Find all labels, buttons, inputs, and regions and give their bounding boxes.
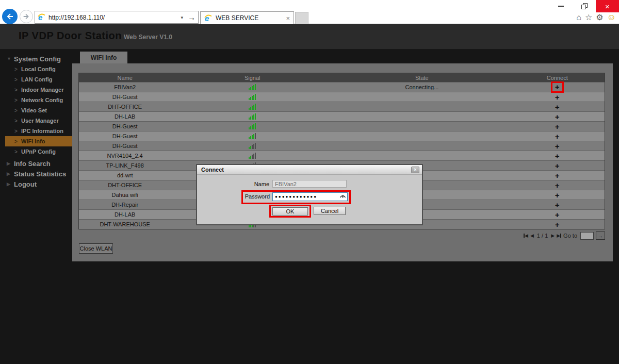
goto-page-button[interactable]: → — [596, 231, 605, 240]
dialog-close-button[interactable]: × — [411, 167, 419, 173]
last-page-button[interactable]: ▶ — [557, 234, 561, 238]
password-label: Password — [239, 193, 270, 200]
sidebar-section-label: System Config — [14, 55, 61, 63]
connect-button[interactable]: + — [555, 172, 560, 179]
reveal-password-icon[interactable] — [340, 195, 346, 199]
password-field-wrap — [272, 192, 348, 201]
highlight-box: OK — [269, 205, 311, 218]
first-page-icon: ◀ — [525, 234, 528, 238]
sidebar-item-wifi-info[interactable]: >WIFI Info — [5, 136, 72, 146]
column-header-connect: Connect — [510, 73, 605, 82]
sidebar-item-network-config[interactable]: >Network Config — [0, 95, 72, 105]
address-bar[interactable]: e http://192.168.1.110/ ▾ → — [35, 11, 199, 24]
sidebar-item-label: Local Config — [21, 66, 56, 72]
close-icon: × — [605, 2, 610, 11]
goto-label: Go to — [563, 233, 577, 239]
browser-toolbar-icons: ⌂ ☆ ⚙ ☺ — [576, 13, 616, 22]
last-page-icon: ▶ — [557, 234, 560, 238]
wifi-name: DH-Guest — [79, 141, 171, 151]
home-icon[interactable]: ⌂ — [576, 13, 581, 22]
forward-arrow-icon — [22, 12, 30, 21]
wifi-name: TP-LINK_F498 — [79, 161, 171, 170]
connect-button[interactable]: + — [555, 133, 560, 140]
ok-button[interactable]: OK — [272, 207, 308, 216]
sidebar-item-label: Indoor Manager — [21, 87, 64, 93]
browser-chrome: × e http://192.168.1.110/ ▾ → e — [0, 0, 619, 24]
close-wlan-button[interactable]: Close WLAN — [79, 243, 113, 254]
table-row: DH-Guest + — [79, 121, 605, 131]
smiley-feedback-icon[interactable]: ☺ — [607, 13, 616, 22]
chevron-right-icon: > — [14, 67, 21, 72]
table-row: DHT-OFFICE + — [79, 102, 605, 111]
connect-button[interactable]: + — [555, 191, 560, 199]
browser-tab[interactable]: e WEB SERVICE × — [200, 11, 294, 24]
cancel-button[interactable]: Cancel — [314, 207, 346, 215]
wifi-state — [334, 141, 510, 151]
ie-icon: e — [204, 14, 212, 22]
dialog-body: Name Password OK Cancel — [197, 175, 422, 225]
window-controls: × — [549, 0, 619, 12]
wifi-name: NVR4104_2.4 — [79, 151, 171, 160]
connect-button[interactable]: + — [555, 113, 560, 121]
chevron-right-icon: > — [14, 118, 21, 124]
back-button[interactable] — [2, 9, 18, 24]
go-icon[interactable]: → — [188, 13, 196, 21]
connect-button[interactable]: + — [555, 162, 560, 170]
prev-page-button[interactable]: ◀ — [530, 234, 534, 238]
connect-button[interactable]: + — [555, 201, 560, 209]
connect-button[interactable]: + — [555, 181, 560, 189]
connect-button[interactable]: + — [555, 123, 560, 130]
autocomplete-dropdown-icon[interactable]: ▾ — [181, 15, 183, 20]
chevron-right-icon: > — [14, 97, 21, 103]
chevron-right-icon: ▶ — [7, 171, 14, 176]
sidebar-section-system-config[interactable]: ▼ System Config — [0, 54, 72, 64]
last-page-icon — [560, 234, 561, 238]
connect-button[interactable]: + — [555, 103, 560, 111]
goto-page-input[interactable] — [580, 232, 594, 240]
connect-button[interactable]: + — [555, 221, 560, 228]
connect-button[interactable]: + — [555, 83, 560, 91]
sidebar-item-upnp-config[interactable]: >UPnP Config — [0, 146, 72, 157]
wifi-name: Dahua wifi — [79, 190, 171, 200]
sidebar-section-label: Info Search — [14, 160, 51, 168]
connect-button[interactable]: + — [555, 211, 560, 219]
first-page-button[interactable]: ◀ — [524, 234, 528, 238]
close-tab-icon[interactable]: × — [286, 14, 290, 22]
sidebar-item-user-manager[interactable]: >User Manager — [0, 115, 72, 126]
chevron-right-icon: ▶ — [7, 161, 14, 166]
connect-button[interactable]: + — [555, 93, 560, 101]
signal-bars-icon — [249, 133, 256, 139]
restore-button[interactable] — [573, 0, 596, 12]
signal-bars-icon — [249, 94, 256, 100]
sidebar-item-label: UPnP Config — [21, 148, 56, 155]
sidebar-item-ipc-information[interactable]: >IPC Information — [0, 126, 72, 136]
sidebar-item-indoor-manager[interactable]: >Indoor Manager — [0, 85, 72, 95]
signal-bars-icon — [249, 113, 256, 120]
sidebar-item-video-set[interactable]: >Video Set — [0, 105, 72, 115]
sidebar-section-logout[interactable]: ▶ Logout — [0, 179, 72, 189]
app-header: IP VDP Door Station Web Server V1.0 — [0, 24, 619, 49]
chevron-down-icon: ▼ — [7, 56, 14, 61]
close-window-button[interactable]: × — [596, 0, 619, 12]
sidebar-item-local-config[interactable]: >Local Config — [0, 64, 72, 74]
new-tab-button[interactable] — [295, 12, 308, 24]
tab-title: WEB SERVICE — [216, 14, 286, 22]
next-page-button[interactable]: ▶ — [551, 234, 555, 238]
wifi-name: DH-LAB — [79, 112, 171, 121]
connect-button[interactable]: + — [555, 152, 560, 160]
connect-button[interactable]: + — [555, 142, 560, 150]
forward-button[interactable] — [20, 10, 33, 23]
tab-wifi-info[interactable]: WIFI Info — [80, 52, 127, 63]
favorites-star-icon[interactable]: ☆ — [585, 13, 592, 22]
minimize-button[interactable] — [549, 0, 573, 12]
gear-icon[interactable]: ⚙ — [596, 13, 603, 22]
sidebar-section-info-search[interactable]: ▶ Info Search — [0, 158, 72, 169]
column-header-signal: Signal — [171, 73, 334, 82]
wifi-state — [334, 151, 510, 160]
sidebar-item-label: Network Config — [21, 97, 63, 103]
chevron-right-icon: > — [14, 77, 21, 82]
sidebar-item-lan-config[interactable]: >LAN Config — [0, 74, 72, 85]
network-name-field[interactable] — [272, 180, 347, 188]
sidebar-section-status-statistics[interactable]: ▶ Status Statistics — [0, 169, 72, 179]
password-field[interactable] — [272, 192, 348, 201]
